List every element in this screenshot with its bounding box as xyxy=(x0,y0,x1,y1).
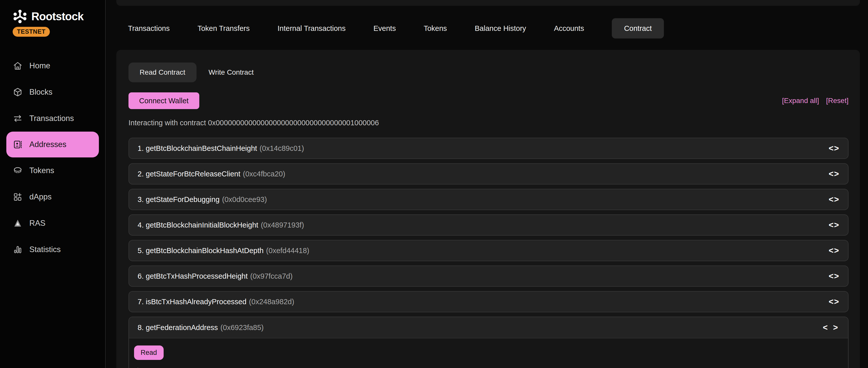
method-row-7[interactable]: 7. isBtcTxHashAlreadyProcessed(0x248a982… xyxy=(128,291,848,312)
method-number: 2. xyxy=(137,170,144,178)
contract-subtabs: Read Contract Write Contract xyxy=(128,62,848,82)
sidebar-nav: Home Blocks Transactions xyxy=(0,53,105,263)
method-number: 8. xyxy=(137,323,144,332)
code-toggle-icon[interactable]: < > xyxy=(823,323,839,332)
method-signature: (0x97fcca7d) xyxy=(250,272,292,280)
sidebar-item-label: Addresses xyxy=(29,140,66,149)
tab-accounts[interactable]: Accounts xyxy=(554,18,584,38)
bar-chart-icon xyxy=(13,245,23,255)
coin-icon xyxy=(13,166,23,176)
method-number: 1. xyxy=(137,144,144,152)
sidebar-item-label: RAS xyxy=(29,219,45,228)
sidebar-item-transactions[interactable]: Transactions xyxy=(0,105,105,132)
app-root: Rootstock TESTNET Home Blocks xyxy=(0,0,868,368)
method-number: 6. xyxy=(137,272,144,280)
wallet-row: Connect Wallet [Expand all] [Reset] xyxy=(128,92,848,109)
method-signature: (0x6923fa85) xyxy=(221,323,264,332)
address-tabs: Transactions Token Transfers Internal Tr… xyxy=(128,18,664,38)
tab-internal-transactions[interactable]: Internal Transactions xyxy=(277,18,345,38)
interacting-with-contract-text: Interacting with contract 0x000000000000… xyxy=(128,119,848,127)
method-name: getBtcBlockchainBestChainHeight xyxy=(146,144,257,152)
method-name: getBtcBlockchainInitialBlockHeight xyxy=(146,221,258,229)
method-number: 3. xyxy=(137,195,144,203)
home-icon xyxy=(13,61,23,71)
method-row-1[interactable]: 1. getBtcBlockchainBestChainHeight(0x14c… xyxy=(128,138,848,159)
method-row-3[interactable]: 3. getStateForDebugging(0x0d0cee93) <> xyxy=(128,189,848,210)
method-name: getStateForDebugging xyxy=(146,195,220,203)
method-number: 4. xyxy=(137,221,144,229)
method-row-2[interactable]: 2. getStateForBtcReleaseClient(0xc4fbca2… xyxy=(128,163,848,185)
method-signature: (0xc4fbca20) xyxy=(243,170,285,178)
tab-balance-history[interactable]: Balance History xyxy=(475,18,526,38)
code-toggle-icon[interactable]: <> xyxy=(829,143,839,153)
method-expanded-body: Read └ string: xyxy=(129,338,848,368)
method-signature: (0x14c89c01) xyxy=(259,144,304,152)
method-signature: (0x0d0cee93) xyxy=(222,195,267,203)
testnet-badge: TESTNET xyxy=(13,27,50,37)
code-toggle-icon[interactable]: <> xyxy=(829,246,839,255)
tab-tokens[interactable]: Tokens xyxy=(424,18,447,38)
method-list: 1. getBtcBlockchainBestChainHeight(0x14c… xyxy=(128,138,848,368)
brand-name: Rootstock xyxy=(31,10,84,23)
method-number: 7. xyxy=(137,298,144,306)
sidebar-item-label: Blocks xyxy=(29,88,52,97)
method-row-4[interactable]: 4. getBtcBlockchainInitialBlockHeight(0x… xyxy=(128,215,848,236)
contact-card-icon xyxy=(13,139,23,149)
method-row-8-expanded: 8. getFederationAddress(0x6923fa85) < > … xyxy=(128,317,848,368)
sidebar-item-home[interactable]: Home xyxy=(0,53,105,79)
sidebar-item-dapps[interactable]: dApps xyxy=(0,184,105,210)
connect-wallet-button[interactable]: Connect Wallet xyxy=(128,92,199,109)
header-card-edge xyxy=(116,0,860,6)
sidebar-item-addresses[interactable]: Addresses xyxy=(6,132,99,158)
contract-panel: Read Contract Write Contract Connect Wal… xyxy=(116,50,860,368)
sidebar-item-tokens[interactable]: Tokens xyxy=(0,158,105,184)
method-name: getBtcTxHashProcessedHeight xyxy=(146,272,248,280)
reset-link[interactable]: [Reset] xyxy=(826,97,848,105)
list-actions: [Expand all] [Reset] xyxy=(782,97,848,105)
tab-token-transfers[interactable]: Token Transfers xyxy=(197,18,250,38)
tab-write-contract[interactable]: Write Contract xyxy=(209,62,254,82)
method-row-6[interactable]: 6. getBtcTxHashProcessedHeight(0x97fcca7… xyxy=(128,265,848,287)
sidebar-item-label: Transactions xyxy=(29,114,74,123)
triangle-icon xyxy=(13,218,23,228)
method-row-8[interactable]: 8. getFederationAddress(0x6923fa85) < > xyxy=(129,317,848,338)
expand-all-link[interactable]: [Expand all] xyxy=(782,97,819,105)
method-name: getStateForBtcReleaseClient xyxy=(146,170,240,178)
cube-icon xyxy=(13,87,23,97)
code-toggle-icon[interactable]: <> xyxy=(829,297,839,307)
rootstock-logo-icon xyxy=(12,9,28,24)
method-signature: (0x4897193f) xyxy=(261,221,304,229)
sidebar-item-blocks[interactable]: Blocks xyxy=(0,79,105,105)
sidebar-item-ras[interactable]: RAS xyxy=(0,210,105,236)
method-signature: (0xefd44418) xyxy=(266,247,309,255)
sidebar-item-label: Tokens xyxy=(29,166,54,175)
method-signature: (0x248a982d) xyxy=(249,298,294,306)
tab-events[interactable]: Events xyxy=(373,18,396,38)
sidebar-item-label: dApps xyxy=(29,192,52,201)
tab-contract[interactable]: Contract xyxy=(612,18,664,38)
sidebar-item-statistics[interactable]: Statistics xyxy=(0,236,105,263)
method-row-5[interactable]: 5. getBtcBlockchainBlockHashAtDepth(0xef… xyxy=(128,240,848,261)
method-name: isBtcTxHashAlreadyProcessed xyxy=(146,298,246,306)
swap-arrows-icon xyxy=(13,113,23,123)
tab-transactions[interactable]: Transactions xyxy=(128,18,170,38)
sidebar: Rootstock TESTNET Home Blocks xyxy=(0,0,106,368)
code-toggle-icon[interactable]: <> xyxy=(829,220,839,230)
rootstock-logo[interactable]: Rootstock TESTNET xyxy=(12,9,84,37)
method-number: 5. xyxy=(137,247,144,255)
code-toggle-icon[interactable]: <> xyxy=(829,271,839,281)
sidebar-item-label: Statistics xyxy=(29,245,61,254)
code-toggle-icon[interactable]: <> xyxy=(829,195,839,204)
read-button[interactable]: Read xyxy=(134,345,164,360)
content-area: Transactions Token Transfers Internal Tr… xyxy=(106,0,868,368)
grid-plus-icon xyxy=(13,192,23,202)
sidebar-item-label: Home xyxy=(29,61,50,70)
tab-read-contract[interactable]: Read Contract xyxy=(128,62,196,82)
code-toggle-icon[interactable]: <> xyxy=(829,169,839,179)
method-name: getFederationAddress xyxy=(146,323,218,332)
method-name: getBtcBlockchainBlockHashAtDepth xyxy=(146,247,264,255)
